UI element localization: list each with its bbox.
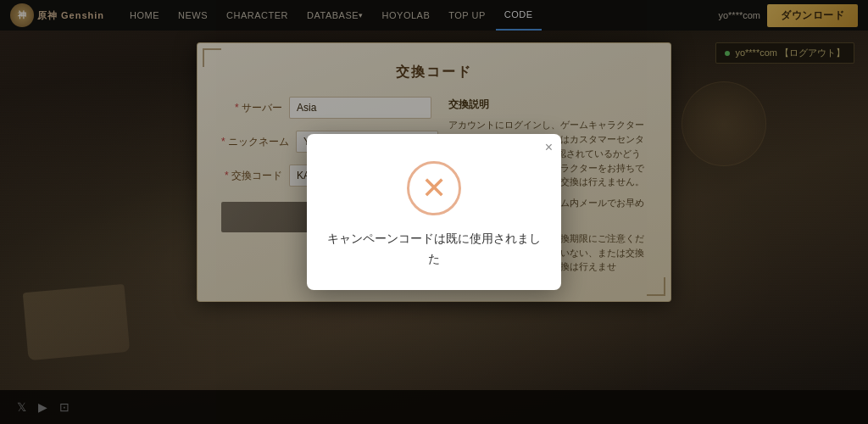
error-icon: ✕	[407, 161, 461, 215]
error-modal: × ✕ キャンペーンコードは既に使用されました	[307, 134, 561, 290]
modal-overlay[interactable]: × ✕ キャンペーンコードは既に使用されました	[0, 0, 868, 424]
error-message: キャンペーンコードは既に使用されました	[327, 229, 541, 270]
error-x-symbol: ✕	[421, 170, 447, 206]
modal-close-button[interactable]: ×	[545, 141, 553, 154]
